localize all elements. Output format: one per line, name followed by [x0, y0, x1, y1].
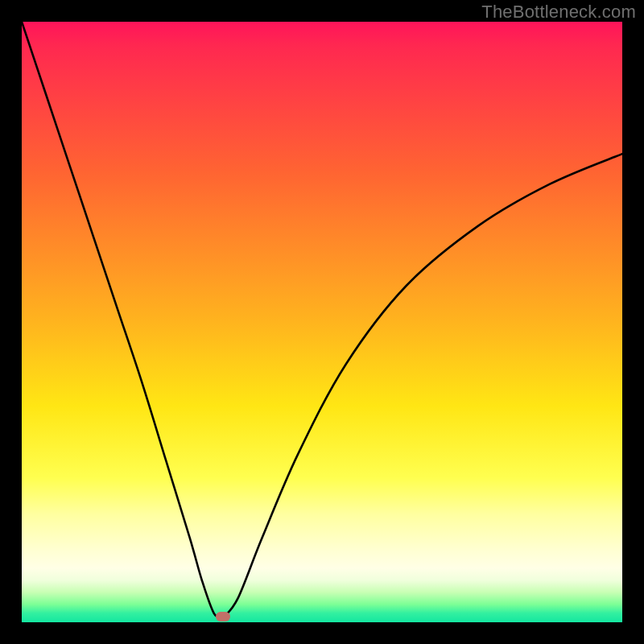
watermark-text: TheBottleneck.com [481, 2, 636, 23]
plot-area [22, 22, 622, 622]
chart-frame: TheBottleneck.com [0, 0, 644, 644]
optimum-marker [216, 612, 230, 621]
bottleneck-curve [22, 22, 622, 622]
